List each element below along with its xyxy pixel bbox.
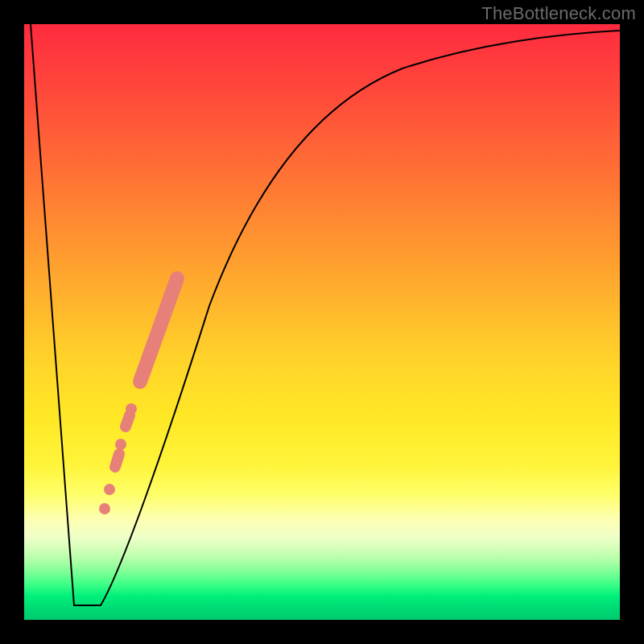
data-marker: [115, 454, 119, 467]
data-marker: [99, 503, 110, 514]
data-marker: [140, 279, 177, 382]
plot-area: [24, 24, 620, 620]
curve-group: [31, 24, 620, 605]
data-marker: [104, 484, 115, 495]
data-marker: [126, 415, 130, 427]
watermark-text: TheBottleneck.com: [481, 3, 636, 24]
data-marker: [115, 439, 126, 450]
chart-frame: TheBottleneck.com: [0, 0, 644, 644]
chart-svg: [24, 24, 620, 620]
bottleneck-curve: [31, 24, 620, 605]
markers-group: [99, 279, 177, 514]
